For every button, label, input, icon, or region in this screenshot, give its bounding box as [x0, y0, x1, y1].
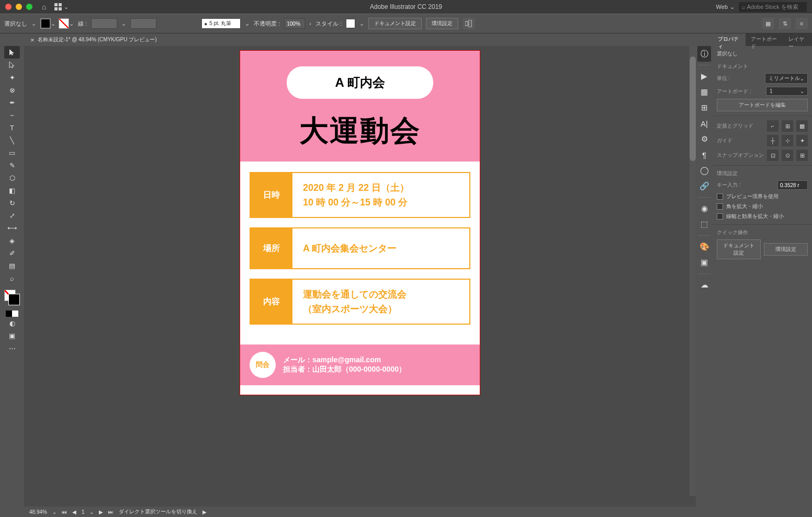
magic-wand-tool[interactable]: ✦ — [4, 71, 20, 84]
stock-search[interactable]: ⌕ Adobe Stock を検索 — [739, 2, 807, 12]
eraser-tool[interactable]: ◧ — [4, 184, 20, 197]
curvature-tool[interactable]: ~ — [4, 109, 20, 121]
more-tools[interactable]: ⋯ — [4, 342, 20, 354]
next-artboard-icon[interactable]: ▶ — [99, 509, 103, 515]
chevron-down-icon[interactable]: ⌄ — [52, 509, 57, 515]
actions-icon[interactable]: ▶ — [697, 68, 711, 84]
line-tool[interactable]: ╲ — [4, 134, 20, 146]
fill-swatch[interactable] — [40, 18, 51, 29]
close-window[interactable] — [5, 4, 12, 10]
close-tab-icon[interactable]: × — [30, 36, 35, 44]
stroke-swatch[interactable] — [59, 18, 69, 29]
workspace-picker[interactable]: Web ⌄ — [716, 4, 735, 10]
last-artboard-icon[interactable]: ⏭ — [108, 509, 114, 515]
vertical-scrollbar[interactable] — [690, 46, 696, 496]
rectangle-tool[interactable]: ▭ — [4, 146, 20, 159]
chevron-down-icon[interactable]: ⌄ — [89, 509, 94, 515]
edit-artboards-button[interactable]: アートボードを編集 — [717, 99, 808, 111]
arrange-icon[interactable]: ⇅ — [779, 18, 791, 29]
chevron-down-icon[interactable]: ⌄ — [359, 20, 364, 27]
preview-bounds-checkbox[interactable]: プレビュー境界を使用 — [717, 193, 808, 200]
minimize-window[interactable] — [16, 4, 22, 10]
first-artboard-icon[interactable]: ⏮ — [62, 509, 67, 515]
width-tool[interactable]: ⟷ — [4, 222, 20, 234]
preferences-button[interactable]: 環境設定 — [426, 18, 458, 29]
chevron-down-icon[interactable]: ⌄ — [121, 20, 126, 27]
appearance-icon[interactable]: ◉ — [697, 201, 711, 216]
chevron-down-icon[interactable]: ⌄ — [31, 20, 36, 27]
key-input-field[interactable]: 0.3528 r — [777, 180, 808, 190]
info-panel-icon[interactable]: ⓘ — [697, 46, 711, 62]
zoom-level[interactable]: 48.94% — [29, 509, 47, 515]
direct-selection-tool[interactable] — [4, 59, 20, 71]
shaper-tool[interactable]: ⬡ — [4, 171, 20, 184]
align-menu[interactable] — [463, 18, 475, 29]
transform-icon[interactable]: ⬚ — [697, 216, 711, 232]
opacity-field[interactable]: 100% — [284, 18, 305, 29]
default-colors[interactable] — [6, 311, 18, 317]
variable-width[interactable] — [130, 18, 156, 29]
snap-grid-icon[interactable]: ⊞ — [796, 150, 808, 161]
swatches-icon[interactable]: 🎨 — [697, 239, 711, 255]
tab-artboards[interactable]: アートボード — [746, 33, 783, 46]
paintbrush-tool[interactable]: ✎ — [4, 159, 20, 171]
chevron-down-icon[interactable]: ⌄ — [69, 20, 74, 27]
ruler-icon[interactable]: ⌐ — [767, 120, 779, 132]
scale-corners-checkbox[interactable]: 角を拡大・縮小 — [717, 203, 808, 210]
grid-icon[interactable]: ▦ — [762, 18, 774, 29]
type-panel-icon[interactable]: A| — [697, 116, 711, 131]
artboard-dropdown[interactable]: 1⌄ — [766, 87, 808, 96]
stroke-weight[interactable] — [91, 18, 117, 29]
tab-layers[interactable]: レイヤー — [783, 33, 812, 46]
artboard-num[interactable]: 1 — [82, 509, 85, 515]
lasso-tool[interactable]: ⊗ — [4, 84, 20, 96]
prev-artboard-icon[interactable]: ◀ — [72, 509, 76, 515]
transparency-grid-icon[interactable]: ▩ — [796, 120, 808, 132]
brush-definition[interactable]: ● 5 pt. 丸筆 — [201, 18, 241, 29]
snap-point-icon[interactable]: ⊙ — [782, 150, 793, 161]
workspace-menu[interactable]: ⌄ — [54, 3, 69, 10]
grid-icon[interactable]: ⊞ — [782, 120, 793, 132]
graphic-style[interactable] — [346, 19, 355, 28]
fill-stroke-swatch[interactable] — [4, 290, 20, 305]
units-dropdown[interactable]: ミリメートル⌄ — [765, 73, 808, 84]
paragraph-icon[interactable]: ¶ — [697, 147, 711, 163]
show-guides-icon[interactable]: ┼ — [767, 135, 779, 146]
lock-guides-icon[interactable]: ⊹ — [782, 135, 793, 146]
draw-mode[interactable]: ◐ — [4, 317, 20, 329]
type-tool[interactable]: T — [4, 121, 20, 134]
artboard-1[interactable]: A 町内会 大運動会 日時 2020 年 2 月 22 日（土） 10 時 00… — [240, 50, 480, 395]
screen-mode[interactable]: ▣ — [4, 329, 20, 342]
rotate-tool[interactable]: ↻ — [4, 197, 20, 209]
chevron-down-icon[interactable]: ⌄ — [51, 20, 55, 27]
gradient-tool[interactable]: ▤ — [4, 259, 20, 272]
canvas[interactable]: A 町内会 大運動会 日時 2020 年 2 月 22 日（土） 10 時 00… — [24, 46, 696, 507]
cc-libraries-icon[interactable]: ☁ — [697, 277, 711, 293]
zoom-tool[interactable]: ⌕ — [4, 272, 20, 284]
zoom-window[interactable] — [26, 4, 32, 10]
libraries-icon[interactable]: ▣ — [697, 255, 711, 270]
chevron-down-icon[interactable]: ⌄ — [245, 20, 250, 27]
free-transform-tool[interactable]: ◈ — [4, 234, 20, 247]
home-icon[interactable]: ⌂ — [42, 3, 46, 11]
doc-setup-quick-button[interactable]: ドキュメント設定 — [717, 239, 761, 259]
links-icon[interactable]: 🔗 — [697, 178, 711, 194]
menu-icon[interactable]: ≡ — [795, 18, 808, 29]
pathfinder-icon[interactable]: ◯ — [697, 163, 711, 178]
scale-tool[interactable]: ⤢ — [4, 209, 20, 222]
prefs-quick-button[interactable]: 環境設定 — [764, 243, 808, 256]
play-icon[interactable]: ▶ — [202, 509, 207, 515]
document-tab[interactable]: × 名称未設定-1* @ 48.94% (CMYK/GPU プレビュー) — [24, 33, 696, 46]
document-setup-button[interactable]: ドキュメント設定 — [368, 18, 422, 29]
eyedropper-tool[interactable]: ✐ — [4, 247, 20, 259]
pen-tool[interactable]: ✒ — [4, 96, 20, 109]
align-panel-icon[interactable]: ⊞ — [697, 100, 711, 116]
selection-tool[interactable] — [4, 46, 20, 59]
artboards-icon[interactable]: ▦ — [697, 84, 711, 100]
smart-guides-icon[interactable]: ✦ — [796, 135, 808, 146]
settings-icon[interactable]: ⚙ — [697, 131, 711, 147]
scale-strokes-checkbox[interactable]: 線幅と効果を拡大・縮小 — [717, 213, 808, 220]
chevron-right-icon[interactable]: › — [309, 20, 311, 27]
snap-pixel-icon[interactable]: ⊡ — [767, 150, 779, 161]
tab-properties[interactable]: プロパティ — [713, 33, 746, 46]
